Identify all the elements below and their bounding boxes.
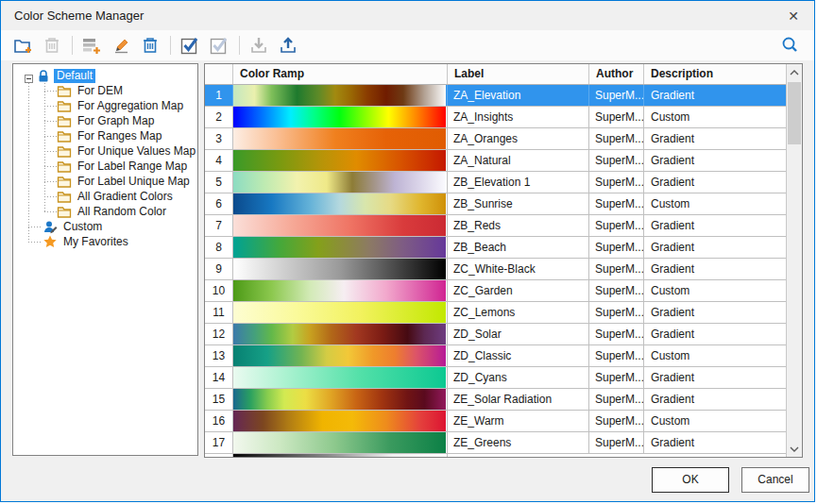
ok-button[interactable]: OK [652,467,729,493]
color-ramp-cell[interactable] [233,345,448,366]
color-ramp-cell[interactable] [233,215,448,236]
tree-expander-collapse[interactable] [25,75,33,83]
table-row-ze_solar-radiation[interactable]: 15ZE_Solar RadiationSuperM...Gradient [205,389,786,411]
label-cell[interactable]: ZC_Lemons [448,302,589,323]
description-cell[interactable]: Gradient [644,389,786,410]
table-row-zd_classic[interactable]: 13ZD_ClassicSuperM...Custom [205,345,786,367]
description-cell[interactable]: Gradient [644,172,786,193]
description-cell[interactable]: Gradient [644,85,786,106]
row-number-cell[interactable]: 17 [205,432,233,453]
description-cell[interactable]: Custom [644,280,786,301]
description-cell[interactable]: Custom [644,345,786,366]
new-folder-button[interactable] [11,34,34,57]
author-cell[interactable]: SuperM... [589,107,644,127]
color-ramp-cell[interactable] [233,237,448,258]
author-cell[interactable]: SuperM... [589,215,644,236]
label-cell[interactable]: ZA_Natural [448,150,589,171]
description-cell[interactable]: Gradient [644,150,786,171]
export-button[interactable] [277,34,299,57]
author-cell[interactable]: SuperM... [589,367,644,388]
author-cell[interactable]: SuperM... [589,345,644,366]
tree-item-for-ranges-map[interactable]: For Ranges Map [57,128,164,143]
description-cell[interactable]: Gradient [644,302,786,323]
tree-item-custom[interactable]: Custom [43,219,105,234]
color-ramp-cell[interactable] [233,85,448,106]
color-ramp-cell[interactable] [233,389,448,410]
tree-item-all-random-color[interactable]: All Random Color [57,204,169,219]
author-cell[interactable]: SuperM... [589,389,644,410]
row-number-cell[interactable] [205,454,233,457]
label-cell[interactable]: ZC_Garden [448,280,589,301]
color-ramp-cell[interactable] [233,432,448,453]
table-row-za_oranges[interactable]: 3ZA_OrangesSuperM...Gradient [205,128,786,150]
tree-item-for-unique-values-map[interactable]: For Unique Values Map [57,143,198,159]
author-cell[interactable]: SuperM... [589,85,644,106]
row-number-cell[interactable]: 7 [205,215,233,236]
color-ramp-cell[interactable] [233,193,448,214]
label-cell[interactable]: ZE_Greens [448,432,589,453]
author-cell[interactable]: SuperM... [589,128,644,149]
author-cell[interactable]: SuperM... [589,280,644,301]
row-number-cell[interactable]: 11 [205,302,233,323]
description-cell[interactable]: Gradient [644,259,786,279]
table-row-partial[interactable] [205,454,786,457]
label-cell[interactable]: ZD_Cyans [448,367,589,388]
author-cell[interactable]: SuperM... [589,237,644,258]
row-number-cell[interactable]: 9 [205,259,233,279]
label-cell[interactable]: ZE_Warm [448,411,589,431]
author-cell[interactable]: SuperM... [589,150,644,171]
color-ramp-cell[interactable] [233,324,448,344]
row-number-cell[interactable]: 14 [205,367,233,388]
author-cell[interactable]: SuperM... [589,172,644,193]
scroll-up-icon[interactable] [787,64,802,80]
table-row-ze_warm[interactable]: 16ZE_WarmSuperM...Custom [205,411,786,432]
color-ramp-cell[interactable] [233,302,448,323]
table-row-za_natural[interactable]: 4ZA_NaturalSuperM...Gradient [205,150,786,172]
color-ramp-cell[interactable] [233,259,448,279]
color-ramp-cell[interactable] [233,128,448,149]
label-cell[interactable]: ZB_Reds [448,215,589,236]
header-color-ramp[interactable]: Color Ramp [233,64,448,84]
table-row-zd_solar[interactable]: 12ZD_SolarSuperM...Gradient [205,324,786,345]
new-color-scheme-button[interactable] [80,34,103,57]
tree-item-my-favorites[interactable]: My Favorites [43,234,131,249]
table-row-zb_sunrise[interactable]: 6ZB_SunriseSuperM...Custom [205,193,786,215]
vertical-scrollbar[interactable] [786,64,802,457]
row-number-cell[interactable]: 16 [205,411,233,431]
label-cell[interactable]: ZE_Solar Radiation [448,389,589,410]
table-row-zb_elevation-1[interactable]: 5ZB_Elevation 1SuperM...Gradient [205,172,786,193]
description-cell[interactable]: Gradient [644,128,786,149]
label-cell[interactable]: ZA_Elevation [448,85,589,106]
description-cell[interactable]: Gradient [644,324,786,344]
label-cell[interactable]: ZB_Elevation 1 [448,172,589,193]
description-cell[interactable]: Custom [644,193,786,214]
author-cell[interactable]: SuperM... [589,302,644,323]
table-row-zb_beach[interactable]: 8ZB_BeachSuperM...Gradient [205,237,786,259]
label-cell[interactable]: ZA_Insights [448,107,589,127]
row-number-cell[interactable]: 6 [205,193,233,214]
table-row-za_insights[interactable]: 2ZA_InsightsSuperM...Custom [205,107,786,128]
author-cell[interactable]: SuperM... [589,193,644,214]
label-cell[interactable]: ZC_White-Black [448,259,589,279]
color-ramp-cell[interactable] [233,411,448,431]
row-number-cell[interactable]: 5 [205,172,233,193]
table-row-zc_white-black[interactable]: 9ZC_White-BlackSuperM...Gradient [205,259,786,280]
description-cell[interactable]: Custom [644,107,786,127]
row-number-cell[interactable]: 12 [205,324,233,344]
color-ramp-cell[interactable] [233,172,448,193]
search-button[interactable] [778,34,801,57]
table-row-zc_lemons[interactable]: 11ZC_LemonsSuperM...Gradient [205,302,786,324]
select-all-button[interactable] [179,34,201,57]
author-cell[interactable]: SuperM... [589,324,644,344]
label-cell[interactable]: ZD_Solar [448,324,589,344]
scroll-down-icon[interactable] [787,441,802,457]
label-cell[interactable]: ZB_Sunrise [448,193,589,214]
author-cell[interactable]: SuperM... [589,432,644,453]
close-icon[interactable]: ✕ [784,7,803,25]
table-row-ze_greens[interactable]: 17ZE_GreensSuperM...Gradient [205,432,786,454]
row-number-cell[interactable]: 8 [205,237,233,258]
label-cell[interactable]: ZB_Beach [448,237,589,258]
tree-item-for-label-range-map[interactable]: For Label Range Map [57,159,190,174]
author-cell[interactable]: SuperM... [589,411,644,431]
color-ramp-cell[interactable] [233,454,448,457]
